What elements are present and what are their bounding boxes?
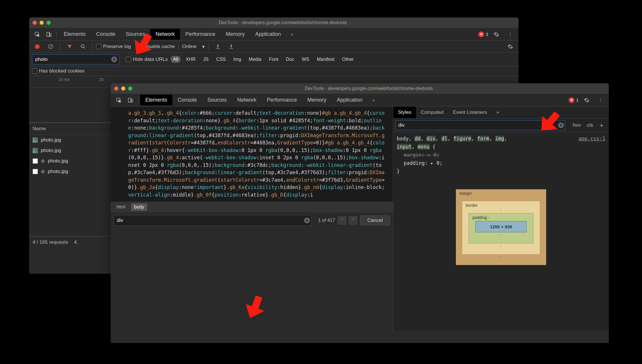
close-window-button[interactable] bbox=[114, 86, 118, 91]
gear-icon: ⚙ bbox=[41, 158, 45, 164]
minimize-window-button[interactable] bbox=[40, 21, 44, 25]
styles-tabs: Styles Computed Event Listeners » bbox=[393, 107, 609, 119]
box-model-content: 1265 × 938 bbox=[475, 221, 527, 232]
close-window-button[interactable] bbox=[33, 21, 37, 25]
tab-elements[interactable]: Elements bbox=[140, 95, 172, 105]
blocked-cookies-checkbox[interactable]: Has blocked cookies bbox=[32, 68, 84, 74]
clear-button[interactable] bbox=[46, 42, 55, 51]
tab-performance[interactable]: Performance bbox=[180, 29, 221, 40]
tab-console[interactable]: Console bbox=[91, 29, 121, 40]
filter-pill-ws[interactable]: WS bbox=[299, 56, 312, 63]
hide-data-urls-checkbox[interactable]: Hide data URLs bbox=[126, 56, 168, 62]
filter-pill-manifest[interactable]: Manifest bbox=[315, 56, 337, 63]
more-tabs-icon[interactable]: » bbox=[287, 30, 297, 39]
traffic-lights bbox=[33, 21, 51, 25]
tab-application[interactable]: Application bbox=[331, 95, 368, 105]
tab-network[interactable]: Network bbox=[150, 29, 180, 40]
tab-network[interactable]: Network bbox=[232, 95, 262, 105]
inspect-element-icon[interactable] bbox=[33, 30, 42, 39]
search-bar: ✕ 1 of 417 ˄ ˅ Cancel bbox=[111, 213, 393, 228]
style-code-view[interactable]: a.gb_3.gb_3,.gb_4{color:#666;cursor:defa… bbox=[111, 107, 393, 202]
filter-pill-font[interactable]: Font bbox=[267, 56, 281, 63]
hov-toggle[interactable]: :hov bbox=[572, 122, 581, 128]
error-count: 1 bbox=[576, 98, 578, 103]
prop-padding[interactable]: padding: ▸ 0; bbox=[397, 159, 605, 167]
search-counter: 1 of 417 bbox=[318, 218, 335, 223]
separator bbox=[92, 43, 93, 50]
preserve-log-label: Preserve log bbox=[103, 44, 131, 50]
disable-cache-checkbox[interactable]: Disable cache bbox=[137, 44, 175, 50]
maximize-window-button[interactable] bbox=[47, 21, 51, 25]
separator bbox=[208, 43, 209, 50]
more-tabs-icon[interactable]: » bbox=[369, 96, 378, 105]
tab-memory[interactable]: Memory bbox=[302, 95, 331, 105]
tab-performance[interactable]: Performance bbox=[262, 95, 302, 105]
next-result-button[interactable]: ˅ bbox=[349, 216, 357, 225]
tab-console[interactable]: Console bbox=[172, 95, 202, 105]
inspect-element-icon[interactable] bbox=[114, 96, 124, 105]
tab-sources[interactable]: Sources bbox=[121, 29, 150, 40]
filter-pill-doc[interactable]: Doc bbox=[283, 56, 296, 63]
rule-close-brace: } bbox=[397, 167, 605, 175]
new-rule-button[interactable]: ＋ bbox=[597, 121, 606, 130]
prop-margin[interactable]: margin: ▸ 0; bbox=[397, 151, 605, 159]
prev-result-button[interactable]: ˄ bbox=[338, 216, 346, 225]
download-icon[interactable] bbox=[227, 42, 236, 51]
crumb-html[interactable]: html bbox=[114, 203, 128, 211]
window-title: DevTools - developers.google.com/web/too… bbox=[132, 86, 605, 91]
chevron-down-icon: ▾ bbox=[202, 44, 205, 50]
separator bbox=[60, 43, 60, 50]
cls-toggle[interactable]: .cls bbox=[586, 122, 593, 128]
device-toolbar-icon[interactable] bbox=[44, 30, 54, 39]
kebab-menu-icon[interactable]: ⋮ bbox=[506, 30, 515, 39]
filter-input[interactable] bbox=[32, 54, 119, 64]
image-icon bbox=[33, 137, 38, 143]
requests-count: 4 / 165 requests bbox=[33, 239, 68, 245]
cancel-button[interactable]: Cancel bbox=[360, 215, 390, 225]
css-rule[interactable]: app.css:1 body, dd, div, dl, figure, for… bbox=[393, 132, 609, 178]
error-icon: ✕ bbox=[569, 97, 574, 103]
tab-memory[interactable]: Memory bbox=[221, 29, 250, 40]
tab-sources[interactable]: Sources bbox=[202, 95, 232, 105]
error-badge[interactable]: ✕ 1 bbox=[569, 97, 578, 103]
maximize-window-button[interactable] bbox=[128, 86, 132, 91]
rule-source-link[interactable]: app.css:1 bbox=[578, 135, 605, 143]
filter-icon[interactable] bbox=[65, 42, 74, 51]
filter-pill-img[interactable]: Img bbox=[231, 56, 244, 63]
traffic-lights bbox=[114, 86, 132, 91]
throttling-select[interactable]: Online ▾ bbox=[182, 44, 205, 50]
filter-pill-other[interactable]: Other bbox=[340, 56, 356, 63]
box-model-diagram[interactable]: margin - border - padding - 1265 × 938 -… bbox=[456, 189, 546, 265]
titlebar: DevTools - developers.google.com/web/too… bbox=[29, 17, 518, 28]
styles-filter-input[interactable] bbox=[396, 120, 565, 130]
tab-application[interactable]: Application bbox=[250, 29, 286, 40]
kebab-menu-icon[interactable]: ⋮ bbox=[596, 96, 605, 105]
preserve-log-checkbox[interactable]: Preserve log bbox=[96, 44, 131, 50]
tab-styles[interactable]: Styles bbox=[393, 107, 416, 118]
status-extra: 4. bbox=[74, 239, 78, 245]
filter-pill-media[interactable]: Media bbox=[246, 56, 264, 63]
search-icon[interactable] bbox=[78, 42, 88, 51]
minimize-window-button[interactable] bbox=[121, 86, 125, 91]
file-icon bbox=[33, 169, 38, 174]
filter-pill-xhr[interactable]: XHR bbox=[184, 56, 198, 63]
checkbox-icon bbox=[32, 68, 37, 74]
clear-filter-icon[interactable]: ✕ bbox=[111, 56, 117, 62]
filter-pill-css[interactable]: CSS bbox=[214, 56, 228, 63]
separator bbox=[138, 97, 138, 104]
network-settings-icon[interactable] bbox=[506, 42, 515, 51]
upload-icon[interactable] bbox=[213, 42, 223, 51]
device-toolbar-icon[interactable] bbox=[126, 96, 135, 105]
record-button[interactable] bbox=[33, 42, 42, 51]
settings-icon[interactable] bbox=[492, 30, 501, 39]
crumb-body[interactable]: body bbox=[131, 203, 147, 211]
filter-pill-all[interactable]: All bbox=[171, 56, 181, 63]
tab-computed[interactable]: Computed bbox=[416, 107, 448, 118]
error-badge[interactable]: ✕ 2 bbox=[478, 31, 488, 37]
more-tabs-icon[interactable]: » bbox=[492, 107, 504, 118]
tab-elements[interactable]: Elements bbox=[59, 29, 91, 40]
tab-event-listeners[interactable]: Event Listeners bbox=[448, 107, 492, 118]
filter-pill-js[interactable]: JS bbox=[201, 56, 211, 63]
search-input[interactable] bbox=[114, 215, 312, 226]
settings-icon[interactable] bbox=[582, 96, 591, 105]
